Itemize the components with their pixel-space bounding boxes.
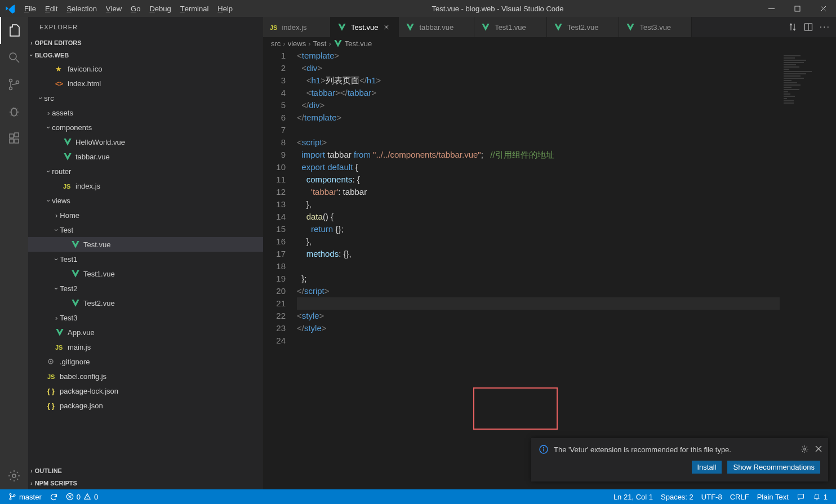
status-indentation[interactable]: Spaces: 2 xyxy=(657,489,697,504)
breadcrumb-segment[interactable]: views xyxy=(288,39,306,48)
folder-test3[interactable]: ›Test3 xyxy=(28,310,263,325)
warning-count: 0 xyxy=(94,493,98,501)
folder-test2[interactable]: ›Test2 xyxy=(28,281,263,296)
close-icon[interactable] xyxy=(383,23,392,31)
folder-test1[interactable]: ›Test1 xyxy=(28,252,263,266)
activity-search-icon[interactable] xyxy=(0,44,28,71)
tree-item-label: router xyxy=(52,167,71,176)
chevron-down-icon: › xyxy=(45,126,53,128)
status-eol[interactable]: CRLF xyxy=(726,489,753,504)
status-feedback-icon[interactable] xyxy=(793,489,809,504)
menu-go[interactable]: Go xyxy=(126,0,145,17)
tab-index.js[interactable]: JSindex.js xyxy=(263,17,331,37)
status-sync[interactable] xyxy=(46,489,62,504)
svg-point-11 xyxy=(12,474,16,478)
split-editor-icon[interactable] xyxy=(804,23,813,32)
svg-rect-1 xyxy=(795,6,800,11)
tree-item-label: Test1 xyxy=(60,255,77,264)
section-project[interactable]: › BLOG.WEB xyxy=(28,49,263,61)
menu-help[interactable]: Help xyxy=(213,0,237,17)
js-icon: JS xyxy=(47,372,56,381)
tree-item-label: Test1.vue xyxy=(83,270,115,278)
status-notifications[interactable]: 1 xyxy=(809,489,831,504)
file-babel.config.js[interactable]: JSbabel.config.js xyxy=(28,369,263,383)
status-bar: master 0 0 Ln 21, Col 1 Spaces: 2 UTF-8 … xyxy=(0,489,836,504)
notification-count: 1 xyxy=(824,493,828,501)
menu-file[interactable]: File xyxy=(20,0,41,17)
code-content[interactable]: <template> <div> <h1>列表页面</h1> <tabbar><… xyxy=(297,50,836,347)
menu-terminal[interactable]: Terminal xyxy=(176,0,214,17)
minimap[interactable] xyxy=(780,50,836,489)
vue-icon xyxy=(333,39,343,48)
svg-rect-7 xyxy=(10,134,14,138)
tree-item-label: components xyxy=(52,123,92,132)
folder-assets[interactable]: ›assets xyxy=(28,105,263,120)
file-test2.vue[interactable]: Test2.vue xyxy=(28,296,263,310)
minimize-button[interactable] xyxy=(758,0,784,17)
compare-changes-icon[interactable] xyxy=(788,23,797,32)
file-app.vue[interactable]: App.vue xyxy=(28,325,263,340)
folder-home[interactable]: ›Home xyxy=(28,208,263,222)
breadcrumb-segment[interactable]: Test.vue xyxy=(345,39,372,48)
folder-test[interactable]: ›Test xyxy=(28,222,263,237)
folder-components[interactable]: ›components xyxy=(28,120,263,135)
tree-item-label: index.html xyxy=(68,79,101,88)
menu-selection[interactable]: Selection xyxy=(62,0,101,17)
file-favicon.ico[interactable]: ★favicon.ico xyxy=(28,61,263,76)
status-language-mode[interactable]: Plain Text xyxy=(753,489,793,504)
svg-point-18 xyxy=(804,448,806,451)
gear-icon[interactable] xyxy=(801,445,809,453)
close-icon[interactable] xyxy=(815,445,822,453)
file-test1.vue[interactable]: Test1.vue xyxy=(28,266,263,281)
folder-src[interactable]: ›src xyxy=(28,91,263,105)
file-.gitignore[interactable]: .gitignore xyxy=(28,354,263,369)
section-open-editors[interactable]: › OPEN EDITORS xyxy=(28,37,263,49)
show-recommendations-button[interactable]: Show Recommendations xyxy=(727,461,820,474)
activity-source-control-icon[interactable] xyxy=(0,71,28,98)
file-package-lock.json[interactable]: { }package-lock.json xyxy=(28,383,263,398)
json-icon: { } xyxy=(47,402,56,410)
file-index.js[interactable]: JSindex.js xyxy=(28,179,263,193)
close-button[interactable] xyxy=(810,0,836,17)
folder-router[interactable]: ›router xyxy=(28,164,263,179)
tab-test3.vue[interactable]: Test3.vue xyxy=(619,17,692,37)
status-cursor-position[interactable]: Ln 21, Col 1 xyxy=(610,489,657,504)
file-main.js[interactable]: JSmain.js xyxy=(28,340,263,354)
status-branch[interactable]: master xyxy=(5,489,46,504)
tab-test2.vue[interactable]: Test2.vue xyxy=(547,17,620,37)
menu-debug[interactable]: Debug xyxy=(145,0,175,17)
section-outline[interactable]: › OUTLINE xyxy=(28,465,263,477)
more-actions-icon[interactable]: ··· xyxy=(820,22,830,32)
install-button[interactable]: Install xyxy=(692,461,722,474)
status-encoding[interactable]: UTF-8 xyxy=(697,489,726,504)
status-problems[interactable]: 0 0 xyxy=(62,489,102,504)
section-npm-scripts[interactable]: › NPM SCRIPTS xyxy=(28,477,263,489)
activity-debug-icon[interactable] xyxy=(0,98,28,125)
tab-tabbar.vue[interactable]: tabbar.vue xyxy=(399,17,474,37)
file-test.vue[interactable]: Test.vue xyxy=(28,237,263,252)
notification-message: The 'Vetur' extension is recommended for… xyxy=(554,445,731,454)
breadcrumb-segment[interactable]: src xyxy=(271,39,281,48)
breadcrumb-segment[interactable]: Test xyxy=(313,39,327,48)
js-icon: JS xyxy=(270,23,277,32)
file-package.json[interactable]: { }package.json xyxy=(28,398,263,413)
tab-label: tabbar.vue xyxy=(419,23,453,32)
tab-label: index.js xyxy=(282,23,306,32)
tree-item-label: .gitignore xyxy=(60,358,90,366)
file-tabbar.vue[interactable]: tabbar.vue xyxy=(28,149,263,164)
folder-views[interactable]: ›views xyxy=(28,193,263,208)
activity-extensions-icon[interactable] xyxy=(0,125,28,152)
svg-point-13 xyxy=(50,361,52,363)
file-index.html[interactable]: <>index.html xyxy=(28,76,263,91)
menu-edit[interactable]: Edit xyxy=(41,0,62,17)
menu-view[interactable]: View xyxy=(101,0,126,17)
error-count: 0 xyxy=(77,493,81,501)
maximize-button[interactable] xyxy=(784,0,810,17)
tab-test1.vue[interactable]: Test1.vue xyxy=(474,17,547,37)
editor-body[interactable]: 123456789101112131415161718192021222324 … xyxy=(263,50,836,489)
activity-settings-icon[interactable] xyxy=(0,462,28,489)
activity-files-icon[interactable] xyxy=(0,17,28,44)
file-helloworld.vue[interactable]: HelloWorld.vue xyxy=(28,135,263,149)
breadcrumbs[interactable]: src›views›Test›Test.vue xyxy=(263,37,836,50)
tab-test.vue[interactable]: Test.vue xyxy=(331,17,399,37)
